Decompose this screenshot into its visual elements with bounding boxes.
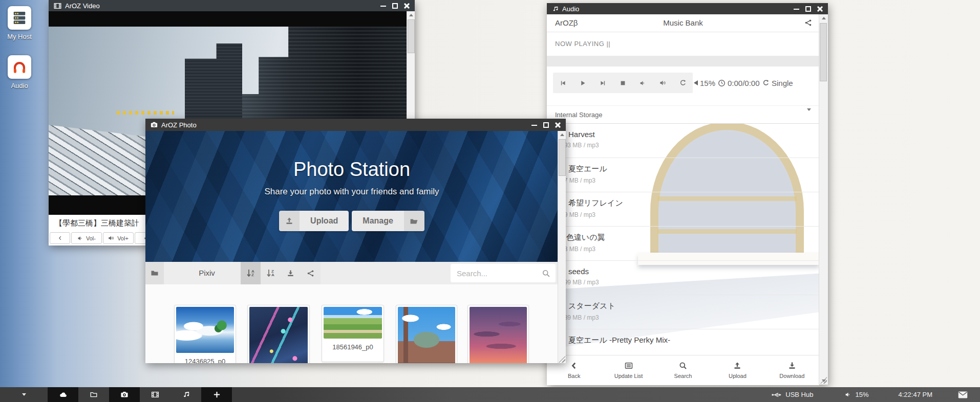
photo-window-titlebar[interactable]: ArOZ Photo <box>145 119 566 131</box>
track-row[interactable]: 01. Harvest 10.93 MB / mp3 <box>547 124 819 158</box>
taskbar-add-button[interactable] <box>201 387 232 402</box>
audio-scrollbar[interactable] <box>819 14 828 385</box>
download-button[interactable] <box>281 262 301 284</box>
video-back-button[interactable] <box>50 232 70 244</box>
track-list: 01. Harvest 10.93 MB / mp3 01. 夏空エール 9.3… <box>547 124 819 355</box>
volume-down-button[interactable] <box>633 73 653 93</box>
track-meta: 10.93 MB / mp3 <box>556 142 819 149</box>
search-input[interactable] <box>451 269 542 278</box>
list-icon <box>624 362 633 370</box>
storage-select[interactable]: Internal Storage <box>547 105 819 124</box>
volume-up-button[interactable] <box>653 73 673 93</box>
close-button[interactable] <box>404 3 410 9</box>
upload-label: Upload <box>300 211 349 231</box>
search-icon[interactable] <box>542 269 550 278</box>
mode-value: Single <box>772 79 793 87</box>
maximize-button[interactable] <box>392 3 398 9</box>
track-title: 01. 希望リフレイン <box>556 198 819 208</box>
share-button[interactable] <box>804 19 812 27</box>
track-row[interactable]: 01.色違いの翼 9.63 MB / mp3 <box>547 227 819 261</box>
next-track-button[interactable] <box>593 73 613 93</box>
photo-card[interactable]: 18561946_p0 <box>322 305 384 362</box>
scroll-up-icon[interactable] <box>558 131 566 139</box>
desktop-icon-label: Audio <box>5 82 34 90</box>
volume-up-button[interactable]: Vol+ <box>103 232 134 244</box>
nav-label: Download <box>779 373 804 379</box>
speaker-icon <box>845 391 851 398</box>
upload-button[interactable]: Upload <box>279 211 349 231</box>
taskbar-app-cloud[interactable] <box>48 387 78 402</box>
photo-card[interactable] <box>396 305 457 363</box>
track-meta: 9.09 MB / mp3 <box>556 211 819 218</box>
track-row[interactable]: 02. 夏空エール -Pretty Perky Mix- <box>547 329 819 355</box>
download-button[interactable]: Download <box>765 355 819 385</box>
photo-card[interactable]: 12436825_p0 <box>174 305 236 363</box>
scroll-up-icon[interactable] <box>407 11 415 19</box>
clock[interactable]: 4:22:47 PM <box>899 391 933 398</box>
photo-card[interactable] <box>467 305 529 363</box>
repeat-button[interactable] <box>673 73 693 93</box>
hero-title: Photo Station <box>145 159 558 181</box>
usb-status[interactable]: USB Hub <box>772 391 813 398</box>
desktop-icon-audio[interactable]: Audio <box>5 55 34 90</box>
scrollbar-thumb[interactable] <box>559 139 566 176</box>
seek-bar[interactable] <box>547 56 819 66</box>
chevron-down-icon <box>807 111 811 119</box>
close-button[interactable] <box>817 6 823 12</box>
volume-down-button[interactable]: Vol- <box>71 232 102 244</box>
photo-grid: 12436825_p0 18561946_p0 <box>145 284 558 363</box>
minimize-button[interactable] <box>380 3 386 9</box>
usb-icon <box>772 392 782 398</box>
arrow-down-icon <box>247 270 251 277</box>
sort-desc-button[interactable]: Z A <box>261 262 281 284</box>
update-list-button[interactable]: Update List <box>601 355 655 385</box>
taskbar-app-files[interactable] <box>78 387 109 402</box>
taskbar-app-video[interactable] <box>140 387 171 402</box>
search-button[interactable]: Search <box>656 355 710 385</box>
maximize-button[interactable] <box>805 6 811 12</box>
sort-asc-button[interactable]: A Z <box>241 262 261 284</box>
manage-button[interactable]: Manage <box>352 211 424 231</box>
desktop-icon-my-host[interactable]: My Host <box>5 6 34 40</box>
maximize-button[interactable] <box>543 122 549 128</box>
photo-hero-banner: Photo Station Share your photo with your… <box>145 131 558 262</box>
track-row[interactable]: 01. 夏空エール 9.37 MB / mp3 <box>547 158 819 192</box>
photo-name: 12436825_p0 <box>176 358 234 363</box>
taskbar-app-audio[interactable] <box>171 387 201 402</box>
video-art-sign <box>117 111 174 115</box>
minimize-button[interactable] <box>531 122 537 128</box>
video-window-titlebar[interactable]: ArOZ Video <box>49 0 415 11</box>
storage-label: Internal Storage <box>555 111 603 119</box>
scrollbar-thumb[interactable] <box>408 19 415 53</box>
share-button[interactable] <box>301 262 321 284</box>
play-button[interactable] <box>573 73 593 93</box>
taskbar-app-photo[interactable] <box>109 387 140 402</box>
track-row[interactable]: 02. スターダスト 12.39 MB / mp3 <box>547 295 819 329</box>
track-meta: 9.63 MB / mp3 <box>556 245 819 253</box>
minimize-button[interactable] <box>794 6 799 12</box>
volume-status[interactable]: 15% <box>845 391 868 398</box>
playback-mode[interactable]: Single <box>762 73 793 93</box>
photo-thumbnail <box>398 307 455 363</box>
previous-track-button[interactable] <box>553 73 573 93</box>
track-row[interactable]: 02. seeds 12.99 MB / mp3 <box>547 261 819 295</box>
nav-label: Back <box>568 373 580 379</box>
stop-button[interactable] <box>613 73 633 93</box>
track-title: 01.色違いの翼 <box>556 233 819 242</box>
audio-window-titlebar[interactable]: Audio <box>547 3 828 14</box>
close-button[interactable] <box>555 122 561 128</box>
track-row[interactable]: 01. 希望リフレイン 9.09 MB / mp3 <box>547 192 819 227</box>
photo-card[interactable] <box>247 305 310 363</box>
film-icon <box>54 2 61 10</box>
folder-button[interactable] <box>145 262 164 284</box>
notifications-button[interactable] <box>958 391 968 398</box>
scrollbar-thumb[interactable] <box>820 23 827 81</box>
upload-button[interactable]: Upload <box>710 355 764 385</box>
taskbar-collapse-button[interactable] <box>0 387 48 402</box>
speaker-high-icon <box>108 235 115 241</box>
page-title: Music Bank <box>547 14 819 32</box>
scroll-up-icon[interactable] <box>819 14 828 22</box>
envelope-icon <box>958 391 968 398</box>
film-icon <box>151 391 159 398</box>
photo-scrollbar[interactable] <box>558 131 566 363</box>
